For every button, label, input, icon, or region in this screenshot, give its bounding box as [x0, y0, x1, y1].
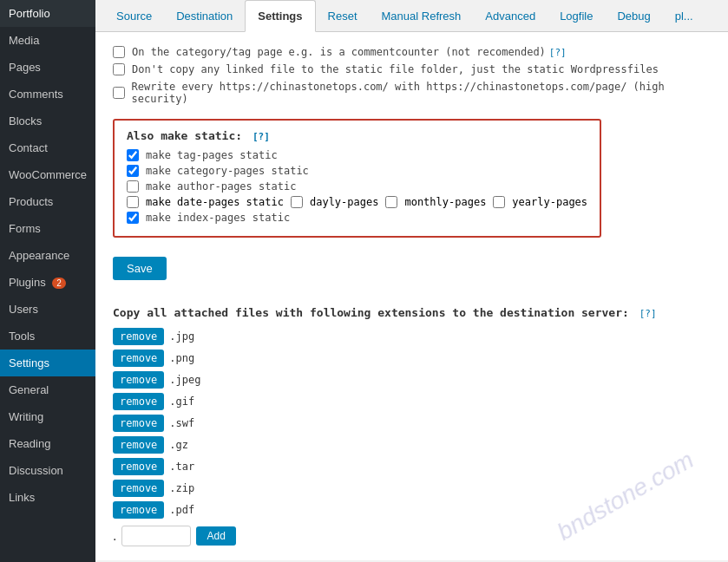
extension-label: .zip — [169, 482, 194, 494]
extension-label: .tar — [169, 461, 194, 473]
extensions-list: remove.jpgremove.pngremove.jpegremove.gi… — [113, 328, 711, 519]
sidebar-item-products[interactable]: Products — [0, 188, 95, 215]
checkbox-monthly-pages-input[interactable] — [385, 196, 397, 208]
extension-row: remove.png — [113, 350, 711, 367]
extension-label: .jpg — [169, 330, 194, 343]
help-also-static[interactable]: [?] — [253, 131, 270, 142]
sidebar-item-users[interactable]: Users — [0, 296, 95, 323]
remove-extension-button[interactable]: remove — [113, 480, 164, 497]
tab-settings[interactable]: Settings — [245, 0, 315, 32]
checkbox-no-linked-file-input[interactable] — [113, 63, 125, 75]
checkbox-commentcounter-label: On the category/tag page e.g. is a comme… — [132, 46, 546, 58]
help-extensions[interactable]: [?] — [639, 308, 657, 319]
sidebar-item-blocks[interactable]: Blocks — [0, 108, 95, 134]
checkbox-yearly-pages-input[interactable] — [493, 196, 505, 208]
tab-source[interactable]: Source — [104, 1, 164, 31]
sidebar-item-contact[interactable]: Contact — [0, 134, 95, 161]
checkbox-commentcounter: On the category/tag page e.g. is a comme… — [113, 46, 711, 58]
checkbox-author-pages-label: make author-pages static — [146, 180, 296, 193]
checkbox-tag-pages: make tag-pages static — [127, 149, 587, 161]
remove-extension-button[interactable]: remove — [113, 371, 164, 389]
plugins-badge: 2 — [52, 278, 66, 289]
yearly-pages-label: yearly-pages — [512, 196, 587, 208]
monthly-pages-label: monthly-pages — [404, 196, 486, 208]
dayly-pages-label: dayly-pages — [310, 196, 378, 208]
checkbox-author-pages: make author-pages static — [127, 180, 587, 193]
extension-label: .gif — [169, 395, 194, 408]
sidebar-item-forms[interactable]: Forms — [0, 215, 95, 242]
checkbox-commentcounter-input[interactable] — [113, 46, 125, 58]
checkbox-dayly-pages-input[interactable] — [291, 196, 303, 208]
checkbox-index-pages-input[interactable] — [127, 212, 139, 224]
tabs-bar: Source Destination Settings Reset Manual… — [95, 0, 728, 32]
checkbox-tag-pages-label: make tag-pages static — [146, 149, 278, 161]
remove-extension-button[interactable]: remove — [113, 415, 164, 432]
extension-row: remove.zip — [113, 480, 711, 497]
checkbox-rewrite-input[interactable] — [113, 87, 125, 99]
extensions-title: Copy all attached files with following e… — [113, 306, 711, 319]
checkbox-no-linked-file-label: Don't copy any linked file to the static… — [132, 63, 659, 75]
tab-debug[interactable]: Debug — [605, 1, 662, 31]
checkbox-category-pages-label: make category-pages static — [146, 165, 309, 177]
remove-extension-button[interactable]: remove — [113, 501, 164, 519]
tab-advanced[interactable]: Advanced — [473, 1, 548, 31]
tab-manual-refresh[interactable]: Manual Refresh — [370, 1, 474, 31]
checkbox-tag-pages-input[interactable] — [127, 149, 139, 161]
sidebar-item-plugins[interactable]: Plugins 2 — [0, 269, 95, 296]
sidebar-item-pages[interactable]: Pages — [0, 54, 95, 81]
sidebar-item-appearance[interactable]: Appearance — [0, 242, 95, 269]
date-pages-row: make date-pages static dayly-pages month… — [127, 196, 587, 208]
remove-extension-button[interactable]: remove — [113, 393, 164, 410]
extension-row: remove.tar — [113, 458, 711, 475]
sidebar-item-writing[interactable]: Writing — [0, 403, 95, 430]
extension-label: .jpeg — [169, 374, 200, 386]
sidebar-item-links[interactable]: Links — [0, 484, 95, 511]
add-extension-button[interactable]: Add — [196, 526, 235, 546]
checkbox-author-pages-input[interactable] — [127, 180, 139, 193]
sidebar-item-comments[interactable]: Comments — [0, 81, 95, 108]
checkbox-category-pages-input[interactable] — [127, 165, 139, 177]
remove-extension-button[interactable]: remove — [113, 458, 164, 475]
extension-row: remove.jpeg — [113, 371, 711, 389]
remove-extension-button[interactable]: remove — [113, 350, 164, 367]
checkbox-rewrite: Rewrite every https://chinastonetops.com… — [113, 81, 711, 105]
checkbox-date-pages-input[interactable] — [127, 196, 139, 208]
sidebar-item-settings[interactable]: Settings — [0, 350, 95, 376]
checkbox-index-pages-label: make index-pages static — [146, 212, 290, 224]
tab-logfile[interactable]: Logfile — [548, 1, 605, 31]
content-area: On the category/tag page e.g. is a comme… — [95, 32, 728, 560]
checkbox-no-linked-file: Don't copy any linked file to the static… — [113, 63, 711, 75]
add-extension-input[interactable] — [121, 526, 191, 546]
remove-extension-button[interactable]: remove — [113, 328, 164, 345]
tab-reset[interactable]: Reset — [316, 1, 370, 31]
tab-destination[interactable]: Destination — [164, 1, 245, 31]
sidebar: Portfolio Media Pages Comments Blocks Co… — [0, 0, 95, 562]
checkbox-category-pages: make category-pages static — [127, 165, 587, 177]
sidebar-item-woocommerce[interactable]: WooCommerce — [0, 161, 95, 188]
extension-label: .swf — [169, 417, 194, 429]
extension-row: remove.gif — [113, 393, 711, 410]
main-content: Source Destination Settings Reset Manual… — [95, 0, 728, 562]
add-extension-row: . Add — [113, 526, 711, 546]
extension-label: .pdf — [169, 504, 194, 516]
save-button[interactable]: Save — [113, 257, 167, 280]
sidebar-item-reading[interactable]: Reading — [0, 430, 95, 457]
sidebar-item-discussion[interactable]: Discussion — [0, 457, 95, 484]
also-static-title: Also make static: [?] — [127, 129, 587, 142]
sidebar-item-general[interactable]: General — [0, 376, 95, 403]
also-static-box: Also make static: [?] make tag-pages sta… — [113, 119, 601, 238]
sidebar-item-portfolio[interactable]: Portfolio — [0, 0, 95, 27]
extension-row: remove.gz — [113, 436, 711, 454]
remove-extension-button[interactable]: remove — [113, 436, 164, 454]
sidebar-item-media[interactable]: Media — [0, 27, 95, 54]
checkbox-index-pages: make index-pages static — [127, 212, 587, 224]
extension-row: remove.swf — [113, 415, 711, 432]
extension-label: .gz — [169, 439, 188, 451]
tab-pl[interactable]: pl... — [663, 1, 705, 31]
sidebar-item-tools[interactable]: Tools — [0, 323, 95, 350]
extension-row: remove.pdf — [113, 501, 711, 519]
add-dot: . — [113, 528, 116, 544]
extension-row: remove.jpg — [113, 328, 711, 345]
help-commentcounter[interactable]: [?] — [549, 47, 567, 58]
extension-label: .png — [169, 352, 194, 364]
